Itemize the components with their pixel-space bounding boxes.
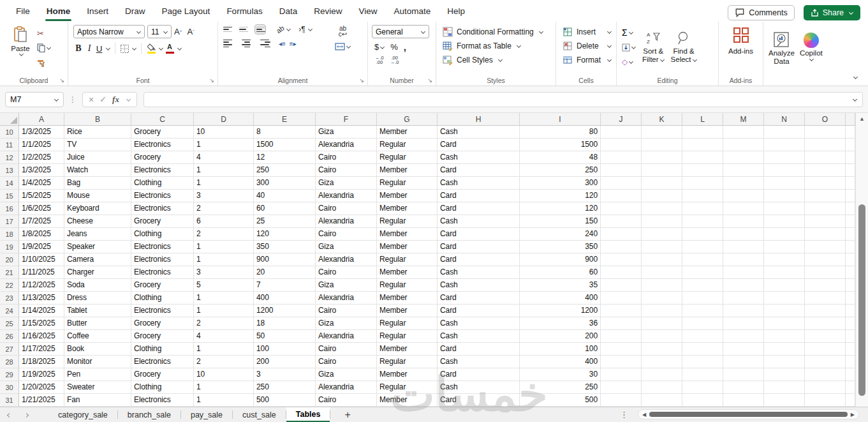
cell-I20[interactable]: 900 bbox=[520, 253, 601, 266]
cell-M14[interactable] bbox=[723, 177, 764, 190]
cell-B31[interactable]: Fan bbox=[64, 394, 131, 407]
cell-C17[interactable]: Grocery bbox=[131, 215, 194, 228]
cell-K19[interactable] bbox=[642, 241, 682, 253]
cell-B27[interactable]: Book bbox=[64, 343, 131, 356]
cell-A21[interactable]: 1/11/2025 bbox=[19, 266, 64, 279]
cell-C29[interactable]: Grocery bbox=[131, 368, 194, 381]
cell-G22[interactable]: Regular bbox=[377, 279, 438, 292]
cell-D23[interactable]: 1 bbox=[194, 292, 254, 305]
insert-cells-button[interactable]: Insert bbox=[559, 25, 614, 39]
cell-I19[interactable]: 350 bbox=[520, 241, 601, 253]
cell-M17[interactable] bbox=[723, 215, 764, 228]
formula-bar-expand-chevron[interactable] bbox=[853, 96, 857, 101]
cell-I14[interactable]: 300 bbox=[520, 177, 601, 190]
cell-F19[interactable]: Giza bbox=[316, 241, 377, 253]
cell-B25[interactable]: Butter bbox=[64, 317, 131, 330]
cell-x10[interactable] bbox=[846, 126, 855, 139]
cell-C13[interactable]: Electronics bbox=[131, 164, 194, 177]
cell-D26[interactable]: 4 bbox=[194, 330, 254, 343]
cell-J29[interactable] bbox=[601, 368, 642, 381]
cell-J25[interactable] bbox=[601, 317, 642, 330]
cell-B18[interactable]: Jeans bbox=[64, 228, 131, 241]
cell-A12[interactable]: 1/2/2025 bbox=[19, 151, 64, 164]
cell-C22[interactable]: Grocery bbox=[131, 279, 194, 292]
cell-L24[interactable] bbox=[682, 305, 723, 317]
cell-A31[interactable]: 1/21/2025 bbox=[19, 394, 64, 407]
cell-L16[interactable] bbox=[682, 202, 723, 215]
ribbon-tab-review[interactable]: Review bbox=[305, 0, 350, 22]
cell-N29[interactable] bbox=[764, 368, 805, 381]
cell-H24[interactable]: Card bbox=[438, 305, 520, 317]
italic-button[interactable]: I bbox=[85, 43, 94, 54]
cell-G12[interactable]: Regular bbox=[377, 151, 438, 164]
cell-C15[interactable]: Electronics bbox=[131, 190, 194, 202]
cell-D15[interactable]: 3 bbox=[194, 190, 254, 202]
cell-A17[interactable]: 1/7/2025 bbox=[19, 215, 64, 228]
cell-D14[interactable]: 1 bbox=[194, 177, 254, 190]
cell-F14[interactable]: Giza bbox=[316, 177, 377, 190]
cell-I18[interactable]: 240 bbox=[520, 228, 601, 241]
cell-O31[interactable] bbox=[805, 394, 846, 407]
cell-B23[interactable]: Dress bbox=[64, 292, 131, 305]
row-header-26[interactable]: 26 bbox=[0, 330, 19, 343]
prev-sheet-button[interactable] bbox=[0, 411, 17, 419]
cell-O23[interactable] bbox=[805, 292, 846, 305]
cell-F24[interactable]: Cairo bbox=[316, 305, 377, 317]
cell-C12[interactable]: Grocery bbox=[131, 151, 194, 164]
cell-O29[interactable] bbox=[805, 368, 846, 381]
cell-H16[interactable]: Card bbox=[438, 202, 520, 215]
cell-x11[interactable] bbox=[846, 139, 855, 151]
cell-G20[interactable]: Regular bbox=[377, 253, 438, 266]
cell-K12[interactable] bbox=[642, 151, 682, 164]
next-sheet-button[interactable] bbox=[17, 411, 34, 419]
cell-B17[interactable]: Cheese bbox=[64, 215, 131, 228]
cell-O18[interactable] bbox=[805, 228, 846, 241]
cell-E16[interactable]: 60 bbox=[254, 202, 316, 215]
cell-K26[interactable] bbox=[642, 330, 682, 343]
underline-button[interactable]: U bbox=[95, 44, 103, 54]
top-align-button[interactable] bbox=[223, 25, 233, 34]
format-as-table-button[interactable]: Format as Table bbox=[439, 39, 553, 53]
column-header-H[interactable]: H bbox=[438, 113, 520, 126]
cell-E28[interactable]: 200 bbox=[254, 356, 316, 368]
row-header-22[interactable]: 22 bbox=[0, 279, 19, 292]
increase-indent-button[interactable]: ≡▸ bbox=[290, 40, 297, 47]
cell-G14[interactable]: Regular bbox=[377, 177, 438, 190]
cell-A14[interactable]: 1/4/2025 bbox=[19, 177, 64, 190]
increase-decimal-button[interactable]: ←.0.00 bbox=[375, 56, 384, 64]
cell-N22[interactable] bbox=[764, 279, 805, 292]
cell-x28[interactable] bbox=[846, 356, 855, 368]
cell-B14[interactable]: Bag bbox=[64, 177, 131, 190]
cell-C26[interactable]: Grocery bbox=[131, 330, 194, 343]
cell-D12[interactable]: 4 bbox=[194, 151, 254, 164]
row-header-28[interactable]: 28 bbox=[0, 356, 19, 368]
cell-I22[interactable]: 35 bbox=[520, 279, 601, 292]
cell-K21[interactable] bbox=[642, 266, 682, 279]
cancel-entry-button[interactable]: × bbox=[89, 94, 94, 105]
cell-C19[interactable]: Electronics bbox=[131, 241, 194, 253]
cell-L22[interactable] bbox=[682, 279, 723, 292]
cell-H21[interactable]: Cash bbox=[438, 266, 520, 279]
cell-H22[interactable]: Cash bbox=[438, 279, 520, 292]
column-header-B[interactable]: B bbox=[64, 113, 131, 126]
cell-N31[interactable] bbox=[764, 394, 805, 407]
cell-O26[interactable] bbox=[805, 330, 846, 343]
cell-I26[interactable]: 200 bbox=[520, 330, 601, 343]
cell-K28[interactable] bbox=[642, 356, 682, 368]
row-header-19[interactable]: 19 bbox=[0, 241, 19, 253]
copilot-button[interactable]: Copilot bbox=[800, 25, 823, 75]
sheetbar-grip[interactable]: ⋮ bbox=[620, 410, 629, 419]
cell-B24[interactable]: Tablet bbox=[64, 305, 131, 317]
row-header-12[interactable]: 12 bbox=[0, 151, 19, 164]
cell-E22[interactable]: 7 bbox=[254, 279, 316, 292]
cell-F26[interactable]: Alexandria bbox=[316, 330, 377, 343]
cell-J24[interactable] bbox=[601, 305, 642, 317]
cell-N16[interactable] bbox=[764, 202, 805, 215]
cell-F10[interactable]: Giza bbox=[316, 126, 377, 139]
fx-chevron-icon[interactable] bbox=[126, 96, 131, 101]
scroll-left-icon[interactable]: ◀ bbox=[642, 412, 646, 418]
cell-D28[interactable]: 2 bbox=[194, 356, 254, 368]
cell-O14[interactable] bbox=[805, 177, 846, 190]
cell-N12[interactable] bbox=[764, 151, 805, 164]
cell-N11[interactable] bbox=[764, 139, 805, 151]
